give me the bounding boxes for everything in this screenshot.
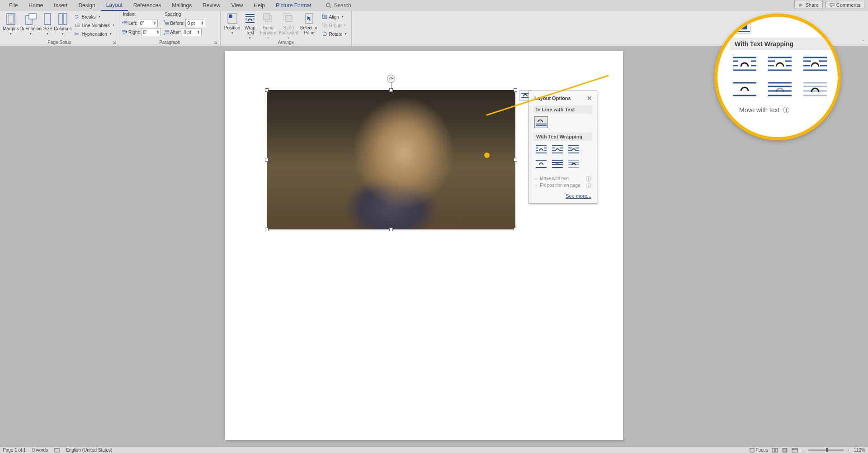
resize-handle-bl[interactable] — [265, 228, 269, 231]
focus-mode-button[interactable]: Focus — [750, 448, 768, 453]
spellcheck-icon[interactable] — [54, 448, 60, 453]
callout-wrap-behind — [767, 80, 793, 98]
comments-button[interactable]: Comments — [826, 1, 864, 9]
collapse-ribbon-button[interactable]: ⌃ — [862, 39, 865, 44]
zoom-out-button[interactable]: − — [802, 448, 804, 453]
resize-handle-ml[interactable] — [265, 158, 269, 162]
resize-handle-tl[interactable] — [265, 88, 269, 92]
search-box[interactable]: Search — [326, 2, 351, 9]
resize-handle-mr[interactable] — [514, 158, 517, 162]
align-icon — [322, 14, 327, 19]
wrap-option-inline[interactable] — [534, 116, 548, 128]
read-mode-view-button[interactable] — [772, 448, 778, 453]
svg-rect-2 — [830, 3, 834, 6]
tab-layout[interactable]: Layout — [101, 0, 128, 11]
group-button[interactable]: Group▾ — [320, 21, 349, 29]
tab-references[interactable]: References — [128, 0, 166, 10]
breaks-label: Breaks — [82, 14, 96, 19]
line-numbers-icon: 1 — [75, 23, 80, 28]
wrap-option-tight[interactable] — [551, 143, 564, 155]
tab-mailings[interactable]: Mailings — [166, 0, 197, 10]
svg-point-0 — [326, 3, 330, 7]
bring-forward-icon — [263, 13, 274, 24]
resize-handle-tm[interactable] — [389, 88, 393, 92]
inserted-image[interactable]: ⟳ — [267, 90, 515, 229]
radio-move-with-text[interactable]: ○Move with texti — [534, 176, 591, 181]
wrap-option-behind[interactable] — [551, 158, 564, 170]
position-button[interactable]: Position▾ — [223, 12, 241, 40]
indent-right-input[interactable]: 0"▲▼ — [141, 28, 161, 36]
tab-help[interactable]: Help — [248, 0, 270, 10]
send-backward-button[interactable]: Send Backward▾ — [278, 12, 299, 40]
wrap-text-button[interactable]: Wrap Text▾ — [242, 12, 258, 40]
wrap-option-through[interactable] — [567, 143, 580, 155]
indent-left-label: Left: — [128, 21, 137, 26]
wrapping-section-title: With Text Wrapping — [533, 133, 592, 141]
rotate-button[interactable]: Rotate▾ — [320, 30, 349, 38]
zoom-slider-thumb[interactable] — [826, 448, 828, 452]
zoom-slider[interactable] — [808, 449, 844, 451]
group-icon — [322, 23, 327, 28]
info-icon[interactable]: i — [586, 183, 591, 188]
resize-handle-bm[interactable] — [389, 228, 393, 231]
rotate-handle[interactable]: ⟳ — [387, 75, 395, 83]
radio-fix-position-label: Fix position on page — [540, 183, 580, 188]
focus-icon — [750, 448, 755, 453]
svg-rect-9 — [63, 14, 67, 24]
breaks-button[interactable]: Breaks▾ — [73, 13, 116, 21]
margins-icon — [5, 13, 16, 25]
tab-insert[interactable]: Insert — [48, 0, 73, 10]
status-page[interactable]: Page 1 of 1 — [3, 448, 26, 453]
zoom-level[interactable]: 110% — [854, 448, 865, 453]
see-more-link[interactable]: See more... — [529, 191, 597, 203]
line-numbers-button[interactable]: 1Line Numbers▾ — [73, 21, 116, 29]
paragraph-group-label: Paragraph⇲ — [122, 40, 217, 46]
indent-left-icon — [122, 20, 127, 26]
page-setup-launcher[interactable]: ⇲ — [113, 40, 116, 45]
paragraph-launcher[interactable]: ⇲ — [214, 40, 217, 45]
svg-rect-107 — [772, 448, 774, 452]
callout-wrap-top-bottom — [732, 80, 757, 98]
document-page: ⟳ Layout Options ✕ In Line with Text — [225, 51, 623, 440]
wrap-option-front[interactable] — [567, 158, 580, 170]
columns-label: Columns — [54, 26, 71, 31]
wrap-option-square[interactable] — [534, 143, 548, 155]
zoom-in-button[interactable]: + — [848, 448, 850, 453]
tab-picture-format[interactable]: Picture Format — [270, 0, 317, 10]
status-words[interactable]: 0 words — [32, 448, 48, 453]
resize-handle-tr[interactable] — [514, 88, 517, 92]
bring-forward-button[interactable]: Bring Forward▾ — [259, 12, 278, 40]
size-button[interactable]: Size▾ — [42, 12, 53, 40]
columns-button[interactable]: Columns▾ — [54, 12, 71, 40]
svg-text:bc: bc — [75, 32, 79, 36]
resize-handle-br[interactable] — [514, 228, 517, 231]
tab-home[interactable]: Home — [23, 0, 48, 10]
tab-view[interactable]: View — [226, 0, 249, 10]
status-language[interactable]: English (United States) — [66, 448, 112, 453]
align-button[interactable]: Align▾ — [320, 13, 349, 21]
hyphenation-button[interactable]: bcHyphenation▾ — [73, 30, 116, 38]
tab-file[interactable]: File — [4, 0, 23, 10]
share-button[interactable]: Share — [794, 1, 822, 9]
spacing-before-input[interactable]: 0 pt▲▼ — [185, 19, 205, 27]
tab-design[interactable]: Design — [73, 0, 100, 10]
indent-left-input[interactable]: 0"▲▼ — [138, 19, 158, 27]
web-layout-view-button[interactable] — [792, 448, 798, 453]
print-layout-view-button[interactable] — [782, 448, 788, 453]
selection-pane-button[interactable]: Selection Pane — [300, 12, 319, 40]
tab-review[interactable]: Review — [197, 0, 226, 10]
photo-content — [267, 90, 515, 229]
spacing-after-input[interactable]: 8 pt▲▼ — [182, 28, 202, 36]
arrange-group-label: Arrange — [223, 40, 349, 46]
search-placeholder: Search — [334, 2, 351, 9]
layout-options-close-button[interactable]: ✕ — [587, 95, 592, 102]
radio-fix-position[interactable]: ○Fix position on pagei — [534, 183, 591, 188]
wrap-option-top-bottom[interactable] — [534, 158, 548, 170]
margins-button[interactable]: Margins▾ — [3, 12, 19, 40]
spacing-before-label: Before: — [170, 21, 184, 26]
send-backward-icon — [283, 13, 294, 24]
orientation-button[interactable]: Orientation▾ — [20, 12, 42, 40]
info-icon[interactable]: i — [586, 176, 591, 181]
layout-options-panel: Layout Options ✕ In Line with Text With … — [528, 91, 597, 204]
hyphenation-label: Hyphenation — [82, 32, 107, 37]
